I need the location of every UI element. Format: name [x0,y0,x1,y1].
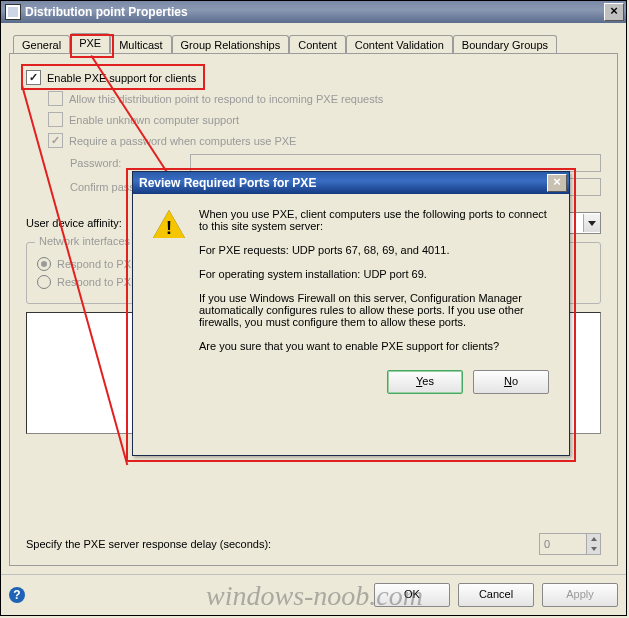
modal-titlebar: Review Required Ports for PXE × [133,172,569,194]
chevron-down-icon [583,214,600,232]
modal-close-button[interactable]: × [547,174,567,192]
spinner-up-icon [586,534,600,544]
ok-button[interactable]: OK [374,583,450,607]
modal-text: When you use PXE, client computers use t… [199,208,549,364]
label-enable-unknown: Enable unknown computer support [69,114,239,126]
radio-respond-all [37,257,51,271]
tab-group-relationships[interactable]: Group Relationships [172,35,290,54]
cancel-button[interactable]: Cancel [458,583,534,607]
yes-button[interactable]: Yes [387,370,463,394]
label-delay: Specify the PXE server response delay (s… [26,538,539,550]
warning-icon [153,210,185,242]
button-bar: ? OK Cancel Apply [1,574,626,615]
label-require-password: Require a password when computers use PX… [69,135,296,147]
window-icon [5,4,21,20]
spinner-delay-value: 0 [540,538,586,550]
modal-review-ports: Review Required Ports for PXE × When you… [132,171,570,456]
checkbox-enable-unknown [48,112,63,127]
radio-respond-specific [37,275,51,289]
window-close-button[interactable]: × [604,3,624,21]
help-icon[interactable]: ? [9,587,25,603]
checkbox-allow-respond [48,91,63,106]
tab-general[interactable]: General [13,35,70,54]
apply-button: Apply [542,583,618,607]
modal-p1: When you use PXE, client computers use t… [199,208,549,232]
no-button[interactable]: No [473,370,549,394]
tab-multicast[interactable]: Multicast [110,35,171,54]
modal-p2: For PXE requests: UDP ports 67, 68, 69, … [199,244,549,256]
spinner-delay: 0 [539,533,601,555]
tab-boundary-groups[interactable]: Boundary Groups [453,35,557,54]
group-label-network-interfaces: Network interfaces [35,235,134,247]
window-title: Distribution point Properties [25,5,604,19]
checkbox-require-password [48,133,63,148]
modal-p5: Are you sure that you want to enable PXE… [199,340,549,352]
highlight-enable-pxe-checkbox [21,64,205,90]
titlebar: Distribution point Properties × [1,1,626,23]
modal-p4: If you use Windows Firewall on this serv… [199,292,549,328]
modal-title: Review Required Ports for PXE [139,176,547,190]
spinner-down-icon [586,544,600,554]
tab-content[interactable]: Content [289,35,346,54]
tab-content-validation[interactable]: Content Validation [346,35,453,54]
modal-p3: For operating system installation: UDP p… [199,268,549,280]
